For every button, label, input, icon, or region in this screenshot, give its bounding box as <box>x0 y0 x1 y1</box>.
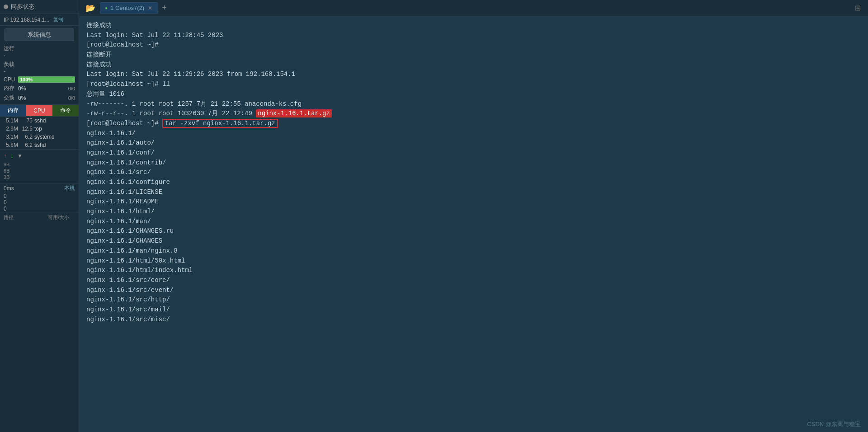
term-line: nginx-1.16.1/conf/ <box>86 148 861 158</box>
download-arrow-icon: ↓ <box>10 152 14 160</box>
term-line: -rw-r--r--. 1 root root 1032630 7月 22 12… <box>86 109 861 119</box>
term-line: 连接断开 <box>86 50 861 60</box>
lat-val-2: 0 <box>4 199 75 206</box>
mem-stat-row: 内存 0% 0/0 <box>0 84 79 93</box>
term-line: nginx-1.16.1/src/event/ <box>86 286 861 296</box>
upload-arrow-icon: ↑ <box>4 152 7 160</box>
process-tabs: 内存 CPU 命令 <box>0 104 79 117</box>
term-line: nginx-1.16.1/CHANGES.ru <box>86 226 861 236</box>
copy-button[interactable]: 复制 <box>52 16 65 23</box>
proc-cpu: 6.2 <box>20 142 33 148</box>
nginx-highlight: nginx-1.16.1.tar.gz <box>256 109 332 117</box>
latency-label: 0ms <box>4 185 14 192</box>
term-line: [root@localhost ~]# ll <box>86 80 861 89</box>
tab-mem[interactable]: 内存 <box>0 105 26 116</box>
list-item: 3.1M 6.2 systemd <box>0 133 79 141</box>
lat-val-1: 0 <box>4 193 75 199</box>
proc-cpu: 12.5 <box>20 126 33 132</box>
term-line: -rw-------. 1 root root 1257 7月 21 22:55… <box>86 99 861 109</box>
mem-value: 0% <box>18 85 26 92</box>
swap-side: 0/0 <box>68 95 75 101</box>
proc-name: systemd <box>34 134 76 140</box>
sync-label: 同步状态 <box>11 3 34 11</box>
term-line: nginx-1.16.1/ <box>86 129 861 139</box>
term-line: nginx-1.16.1/auto/ <box>86 138 861 148</box>
sysinfo-button[interactable]: 系统信息 <box>5 28 74 41</box>
ip-row: IP 192.168.154.1... 复制 <box>0 14 79 26</box>
sync-status-header: 同步状态 <box>0 0 79 14</box>
terminal-topbar: 📂 ● 1 Centos7(2) ✕ + ⊞ <box>79 0 868 16</box>
sidebar: 同步状态 IP 192.168.154.1... 复制 系统信息 运行 - 负载… <box>0 0 79 432</box>
lat-values: 0 0 0 <box>0 193 79 212</box>
load-label: 负载 - <box>4 61 16 75</box>
swap-value: 0% <box>18 95 26 101</box>
tab-close-button[interactable]: ✕ <box>147 5 153 11</box>
running-label: 运行 - <box>4 45 16 59</box>
grid-layout-button[interactable]: ⊞ <box>851 4 864 12</box>
proc-cpu: 75 <box>20 117 33 124</box>
process-list: 5.1M 75 sshd 2.9M 12.5 top 3.1M 6.2 syst… <box>0 117 79 149</box>
swap-label: 交换 <box>4 94 16 102</box>
term-line: nginx-1.16.1/src/ <box>86 168 861 178</box>
term-line: nginx-1.16.1/README <box>86 197 861 207</box>
terminal-tab[interactable]: ● 1 Centos7(2) ✕ <box>100 2 158 14</box>
net-bar-6b: 6B <box>4 168 75 174</box>
cpu-bar-text: 100% <box>18 76 75 83</box>
term-line: Last login: Sat Jul 22 11:28:45 2023 <box>86 31 861 41</box>
proc-mem: 5.8M <box>3 142 18 148</box>
term-line: [root@localhost ~]# <box>86 40 861 50</box>
term-line: nginx-1.16.1/LICENSE <box>86 188 861 197</box>
more-icon[interactable]: ▼ <box>17 153 23 159</box>
tab-cmd[interactable]: 命令 <box>52 105 79 116</box>
lat-val-3: 0 <box>4 206 75 212</box>
proc-mem: 5.1M <box>3 117 18 124</box>
proc-name: sshd <box>34 142 76 148</box>
list-item: 5.8M 6.2 sshd <box>0 141 79 149</box>
term-line: nginx-1.16.1/CHANGES <box>86 236 861 246</box>
proc-mem: 2.9M <box>3 126 18 132</box>
term-line: nginx-1.16.1/src/misc/ <box>86 315 861 325</box>
folder-icon-button[interactable]: 📂 <box>83 3 98 13</box>
tab-cpu[interactable]: CPU <box>26 105 52 116</box>
term-line: nginx-1.16.1/man/ <box>86 217 861 227</box>
network-section: ↑ ↓ ▼ 9B 6B 3B <box>0 149 79 183</box>
list-item: 5.1M 75 sshd <box>0 117 79 125</box>
term-line: nginx-1.16.1/src/http/ <box>86 295 861 305</box>
disk-path-label: 路径 <box>4 214 46 221</box>
tar-command: tar -zxvf nginx-1.16.1.tar.gz <box>162 119 278 128</box>
local-label: 本机 <box>64 184 75 192</box>
load-row: 负载 - <box>0 60 79 75</box>
tab-label: 1 Centos7(2) <box>110 5 144 11</box>
term-line: Last login: Sat Jul 22 11:29:26 2023 fro… <box>86 70 861 80</box>
net-bar-3b: 3B <box>4 174 75 180</box>
cpu-stat-row: CPU 100% <box>0 75 79 84</box>
ip-text: IP 192.168.154.1... <box>4 17 49 23</box>
mem-label: 内存 <box>4 85 16 92</box>
term-line: 连接成功 <box>86 21 861 31</box>
tab-active-dot: ● <box>105 5 108 10</box>
term-line: nginx-1.16.1/html/50x.html <box>86 256 861 266</box>
term-line: nginx-1.16.1/src/core/ <box>86 276 861 286</box>
disk-header: 路径 可用/大小 <box>4 214 75 221</box>
proc-mem: 3.1M <box>3 134 18 140</box>
add-tab-button[interactable]: + <box>158 3 170 13</box>
term-line: nginx-1.16.1/html/index.html <box>86 266 861 276</box>
proc-cpu: 6.2 <box>20 134 33 140</box>
term-line: [root@localhost ~]# tar -zxvf nginx-1.16… <box>86 119 861 129</box>
swap-stat-row: 交换 0% 0/0 <box>0 93 79 103</box>
running-row: 运行 - <box>0 44 79 60</box>
net-bar-9b: 9B <box>4 161 75 168</box>
proc-name: top <box>34 126 76 132</box>
sync-dot-icon <box>4 5 8 9</box>
watermark: CSDN @东离与糖宝 <box>807 420 861 428</box>
proc-name: sshd <box>34 117 76 124</box>
terminal-content[interactable]: 连接成功 Last login: Sat Jul 22 11:28:45 202… <box>79 16 868 432</box>
term-line: nginx-1.16.1/configure <box>86 178 861 188</box>
disk-section: 路径 可用/大小 <box>0 212 79 223</box>
latency-row: 0ms 本机 <box>0 183 79 193</box>
term-line: nginx-1.16.1/contrib/ <box>86 158 861 168</box>
terminal-area: 📂 ● 1 Centos7(2) ✕ + ⊞ 连接成功 Last login: … <box>79 0 868 432</box>
cpu-label: CPU <box>4 76 16 83</box>
list-item: 2.9M 12.5 top <box>0 125 79 133</box>
net-arrows: ↑ ↓ ▼ <box>4 151 75 160</box>
